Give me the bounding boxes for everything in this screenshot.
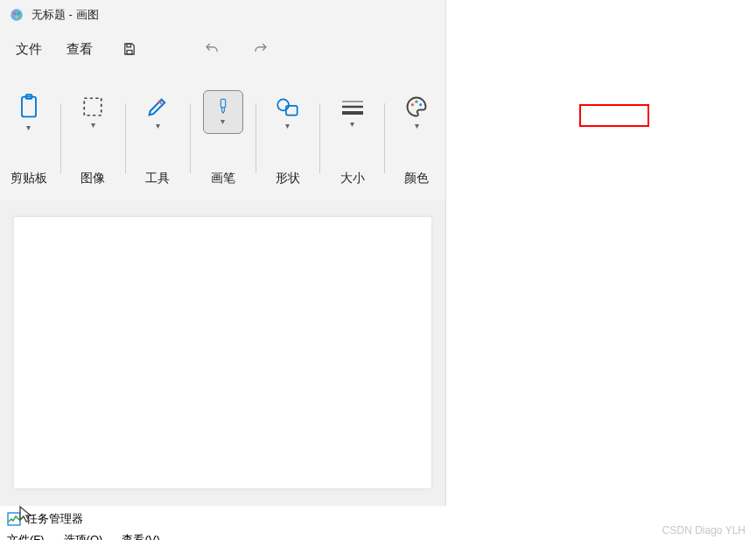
- paint-menu-bar: 文件 查看: [0, 30, 445, 68]
- task-manager-window: 任务管理器 文件(F) 选项(O) 查看(V) 进程 性能 应用历史记录 启动 …: [0, 506, 310, 540]
- size-label: 大小: [340, 171, 365, 186]
- cursor-icon: [18, 505, 33, 524]
- paint-title-bar: 无标题 - 画图: [0, 0, 445, 30]
- highlight-box: [579, 104, 649, 127]
- svg-rect-8: [85, 98, 102, 116]
- tm-file-menu[interactable]: 文件(F): [7, 532, 45, 540]
- colors-group[interactable]: ▾ 颜色: [397, 90, 437, 186]
- paint-window: 无标题 - 画图 文件 查看 ▾ 剪贴板 ▾ 图像: [0, 0, 446, 506]
- svg-rect-4: [127, 44, 131, 47]
- shapes-label: 形状: [276, 171, 300, 186]
- svg-point-0: [10, 9, 23, 21]
- brushes-group[interactable]: ▾ 画笔: [203, 90, 243, 186]
- tools-group[interactable]: ▾ 工具: [138, 90, 178, 186]
- shapes-group[interactable]: ▾ 形状: [268, 90, 307, 186]
- size-icon: [340, 96, 365, 117]
- paint-ribbon: ▾ 剪贴板 ▾ 图像 ▾ 工具 ▾ 画笔: [0, 68, 445, 200]
- tools-label: 工具: [145, 171, 170, 186]
- chevron-down-icon: ▾: [220, 116, 225, 126]
- tm-menu-bar: 文件(F) 选项(O) 查看(V): [0, 529, 310, 540]
- clipboard-icon: [17, 93, 41, 121]
- chevron-down-icon: ▾: [156, 121, 160, 130]
- view-menu[interactable]: 查看: [66, 41, 93, 58]
- image-label: 图像: [80, 171, 105, 186]
- palette-icon: [403, 95, 430, 119]
- tm-title-bar: 任务管理器: [0, 506, 310, 529]
- watermark: CSDN Diago YLH: [662, 524, 746, 536]
- svg-rect-6: [22, 96, 36, 116]
- pencil-icon: [145, 95, 170, 119]
- paint-app-icon: [9, 7, 24, 23]
- clipboard-group[interactable]: ▾ 剪贴板: [9, 90, 48, 186]
- redo-icon: [252, 41, 270, 57]
- canvas[interactable]: [14, 217, 431, 488]
- svg-point-3: [16, 16, 18, 18]
- canvas-area: [0, 200, 445, 506]
- brush-icon: [214, 98, 232, 115]
- separator: [384, 103, 385, 173]
- separator: [190, 103, 191, 173]
- svg-rect-5: [127, 51, 132, 55]
- svg-point-15: [411, 103, 414, 106]
- chevron-down-icon: ▾: [26, 123, 31, 132]
- chevron-down-icon: ▾: [350, 119, 354, 129]
- save-icon: [122, 41, 137, 57]
- redo-button[interactable]: [248, 37, 273, 61]
- clipboard-label: 剪贴板: [10, 171, 47, 186]
- separator: [319, 103, 320, 173]
- tm-view-menu[interactable]: 查看(V): [122, 532, 159, 540]
- svg-point-17: [420, 103, 423, 106]
- file-menu[interactable]: 文件: [16, 41, 42, 58]
- separator: [125, 103, 126, 173]
- svg-point-16: [416, 100, 418, 102]
- chevron-down-icon: ▾: [91, 120, 95, 130]
- size-group[interactable]: ▾ 大小: [332, 90, 372, 186]
- svg-point-1: [13, 12, 16, 15]
- shapes-icon: [275, 95, 301, 119]
- chevron-down-icon: ▾: [285, 121, 290, 130]
- select-icon: [81, 95, 104, 118]
- colors-label: 颜色: [404, 171, 429, 186]
- svg-point-2: [18, 12, 20, 15]
- undo-icon: [203, 41, 220, 57]
- svg-rect-9: [220, 99, 225, 108]
- save-button[interactable]: [117, 37, 142, 61]
- chevron-down-icon: ▾: [415, 121, 419, 130]
- tm-options-menu[interactable]: 选项(O): [64, 532, 103, 540]
- separator: [256, 103, 256, 173]
- separator: [60, 103, 61, 173]
- image-group[interactable]: ▾ 图像: [74, 90, 113, 186]
- brushes-label: 画笔: [211, 171, 235, 186]
- paint-title-text: 无标题 - 画图: [32, 7, 99, 23]
- svg-point-10: [277, 99, 289, 110]
- tm-title-text: 任务管理器: [26, 511, 83, 527]
- undo-button[interactable]: [200, 37, 224, 61]
